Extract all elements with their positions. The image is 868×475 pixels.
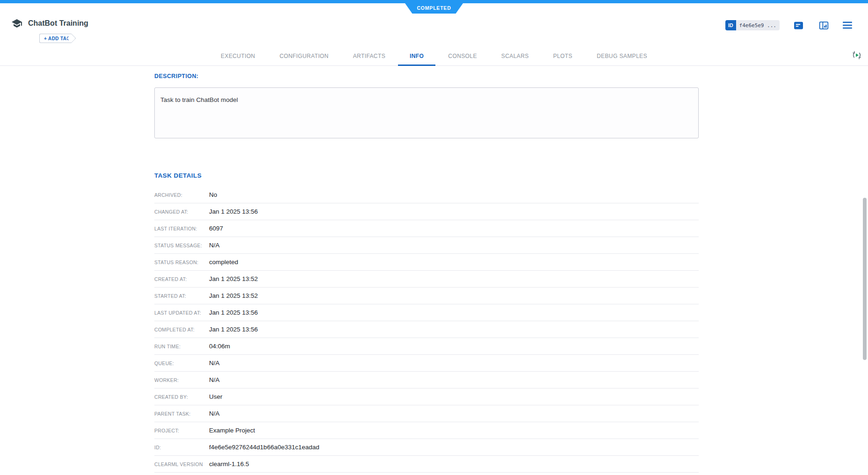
description-label: DESCRIPTION: xyxy=(154,73,198,79)
detail-row-last-iteration: LAST ITERATION: 6097 xyxy=(154,220,699,237)
detail-label: CREATED AT: xyxy=(154,276,209,282)
detail-row-created-at: CREATED AT: Jan 1 2025 13:52 xyxy=(154,271,699,288)
add-tag-label: + ADD TAG xyxy=(44,36,71,41)
tab-configuration[interactable]: CONFIGURATION xyxy=(268,47,341,65)
details-panel-icon[interactable] xyxy=(819,21,829,30)
detail-label: QUEUE: xyxy=(154,360,209,366)
detail-value: N/A xyxy=(209,376,220,383)
add-tag-point xyxy=(67,34,76,43)
tab-scalars[interactable]: SCALARS xyxy=(489,47,541,65)
description-text: Task to train ChatBot model xyxy=(160,96,238,103)
detail-row-status-message: STATUS MESSAGE: N/A xyxy=(154,237,699,254)
task-header: ChatBot Training xyxy=(11,18,88,29)
detail-row-queue: QUEUE: N/A xyxy=(154,355,699,372)
detail-label: PARENT TASK: xyxy=(154,411,209,417)
detail-value: Jan 1 2025 13:56 xyxy=(209,208,258,215)
task-tabs: EXECUTION CONFIGURATION ARTIFACTS INFO C… xyxy=(0,47,868,66)
detail-value: N/A xyxy=(209,360,220,367)
detail-label: COMPLETED AT: xyxy=(154,327,209,332)
detail-label: ID: xyxy=(154,445,209,450)
detail-row-started-at: STARTED AT: Jan 1 2025 13:52 xyxy=(154,288,699,304)
task-id-chip: ID f4e6e5e9 ... xyxy=(725,20,780,30)
id-badge: ID xyxy=(725,20,736,30)
detail-value: Example Project xyxy=(209,427,255,434)
detail-label: RUN TIME: xyxy=(154,344,209,349)
detail-row-id: ID: f4e6e5e9276244d1b66a0e331c1eadad xyxy=(154,439,699,456)
task-type-icon xyxy=(11,18,22,29)
tab-debug-samples[interactable]: DEBUG SAMPLES xyxy=(585,47,659,65)
detail-label: LAST ITERATION: xyxy=(154,226,209,231)
detail-row-project: PROJECT: Example Project xyxy=(154,422,699,439)
detail-label: STATUS REASON: xyxy=(154,259,209,265)
detail-value: Jan 1 2025 13:56 xyxy=(209,309,258,316)
status-color-bar xyxy=(0,0,868,3)
clearml-task-page: COMPLETED ChatBot Training + ADD TAG ID … xyxy=(0,0,868,475)
detail-value: No xyxy=(209,191,217,198)
detail-value: 04:06m xyxy=(209,343,230,350)
detail-label: CHANGED AT: xyxy=(154,209,209,215)
detail-row-changed-at: CHANGED AT: Jan 1 2025 13:56 xyxy=(154,203,699,220)
header-actions: ID f4e6e5e9 ... xyxy=(725,20,852,30)
detail-row-worker: WORKER: N/A xyxy=(154,372,699,389)
detail-row-run-time: RUN TIME: 04:06m xyxy=(154,338,699,355)
detail-value: Jan 1 2025 13:56 xyxy=(209,326,258,333)
detail-row-archived: ARCHIVED: No xyxy=(154,187,699,203)
task-comment-icon[interactable] xyxy=(794,21,803,30)
tab-console[interactable]: CONSOLE xyxy=(436,47,489,65)
detail-value: N/A xyxy=(209,410,220,417)
detail-row-clearml-version: CLEARML VERSION clearml-1.16.5 xyxy=(154,456,699,473)
detail-value: clearml-1.16.5 xyxy=(209,461,249,468)
task-details-table: ARCHIVED: No CHANGED AT: Jan 1 2025 13:5… xyxy=(154,187,699,473)
tab-artifacts[interactable]: ARTIFACTS xyxy=(341,47,398,65)
detail-row-status-reason: STATUS REASON: completed xyxy=(154,254,699,271)
detail-value: User xyxy=(209,393,223,400)
detail-value: N/A xyxy=(209,242,220,249)
auto-refresh-icon[interactable] xyxy=(852,50,862,60)
status-badge: COMPLETED xyxy=(405,3,463,14)
detail-label: STARTED AT: xyxy=(154,293,209,299)
tab-plots[interactable]: PLOTS xyxy=(541,47,585,65)
task-details-title: TASK DETAILS xyxy=(154,172,202,179)
task-title[interactable]: ChatBot Training xyxy=(28,19,88,28)
detail-row-parent-task: PARENT TASK: N/A xyxy=(154,405,699,422)
description-input[interactable]: Task to train ChatBot model xyxy=(154,87,699,138)
detail-row-completed-at: COMPLETED AT: Jan 1 2025 13:56 xyxy=(154,321,699,338)
detail-value: Jan 1 2025 13:52 xyxy=(209,275,258,282)
detail-label: STATUS MESSAGE: xyxy=(154,243,209,248)
detail-value: f4e6e5e9276244d1b66a0e331c1eadad xyxy=(209,444,319,451)
task-id-short[interactable]: f4e6e5e9 ... xyxy=(736,20,780,30)
add-tag-button[interactable]: + ADD TAG xyxy=(39,34,72,43)
detail-label: CLEARML VERSION xyxy=(154,461,209,467)
detail-value: completed xyxy=(209,259,238,266)
detail-label: WORKER: xyxy=(154,377,209,383)
detail-label: PROJECT: xyxy=(154,428,209,433)
detail-label: ARCHIVED: xyxy=(154,192,209,198)
detail-row-last-updated-at: LAST UPDATED AT: Jan 1 2025 13:56 xyxy=(154,304,699,321)
tab-info[interactable]: INFO xyxy=(398,47,436,65)
detail-value: Jan 1 2025 13:52 xyxy=(209,292,258,299)
tab-execution[interactable]: EXECUTION xyxy=(209,47,268,65)
detail-label: LAST UPDATED AT: xyxy=(154,310,209,316)
detail-value: 6097 xyxy=(209,225,223,232)
hamburger-menu-icon[interactable] xyxy=(843,22,852,29)
scrollbar-thumb[interactable] xyxy=(863,198,867,360)
detail-row-created-by: CREATED BY: User xyxy=(154,389,699,405)
detail-label: CREATED BY: xyxy=(154,394,209,400)
